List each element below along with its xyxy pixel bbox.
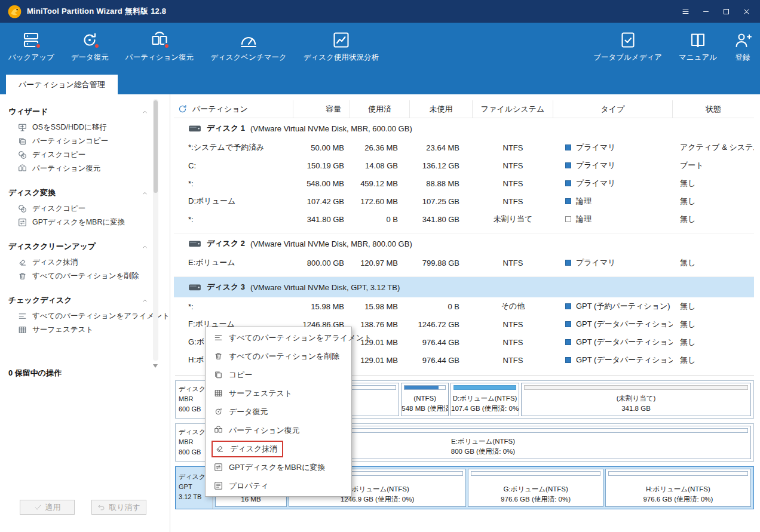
toolbar-benchmark-button[interactable]: ディスクベンチマーク	[202, 23, 295, 63]
diskmap-partition-block[interactable]: G:ボリューム(NTFS)976.6 GB (使用済: 0%)	[468, 469, 603, 507]
menu-item-wipe[interactable]: ディスク抹消	[206, 439, 351, 458]
menu-item-label: GPTディスクをMBRに変換	[229, 462, 325, 473]
menu-item-convert[interactable]: GPTディスクをMBRに変換	[206, 458, 351, 476]
cell-type: プライマリ	[553, 174, 673, 192]
partition-type-label: 論理	[576, 196, 592, 207]
disk-header-row[interactable]: ディスク 1(VMware Virtual NVMe Disk, MBR, 60…	[174, 118, 754, 139]
toolbar-label: ブータブルメディア	[593, 53, 662, 63]
table-row[interactable]: E:ボリューム800.00 GB120.97 MB799.88 GBNTFSプラ…	[174, 254, 754, 272]
diskmap-partition-block[interactable]: (未割り当て)341.8 GB	[521, 383, 751, 416]
scrollbar-thumb[interactable]	[154, 100, 158, 193]
sidebar-section-header[interactable]: チェックディスク	[0, 291, 153, 309]
table-row[interactable]: *:548.00 MB459.12 MB88.88 MBNTFSプライマリ無し	[174, 174, 754, 192]
sidebar-item[interactable]: すべてのパーティションを削除	[0, 269, 153, 283]
partition-type-square	[565, 321, 571, 327]
menu-item-copy[interactable]: コピー	[206, 365, 351, 384]
sidebar-item[interactable]: パーティション復元	[0, 162, 153, 176]
window-title: MiniTool Partition Wizard 無料版 12.8	[27, 6, 166, 17]
menu-item-align[interactable]: すべてのパーティションをアライメント	[206, 328, 351, 347]
trash-icon	[214, 352, 223, 361]
cell-status: アクティブ & システム	[673, 139, 754, 156]
sidebar-item[interactable]: ディスクコピー	[0, 202, 153, 216]
sidebar-item[interactable]: GPTディスクをMBRに変換	[0, 216, 153, 229]
disk-header-row[interactable]: ディスク 3(VMware Virtual NVMe Disk, GPT, 3.…	[174, 277, 754, 297]
diskmap-partition-block[interactable]: D:ボリューム(NTFS)107.4 GB (使用済: 0%)	[451, 383, 519, 416]
menu-item-label: プロパティ	[229, 481, 269, 491]
cell-capacity: 800.00 GB	[293, 254, 350, 272]
copy-icon	[214, 370, 223, 379]
sidebar-item[interactable]: サーフェステスト	[0, 323, 153, 337]
scrollbar-down-arrow-icon[interactable]	[153, 364, 158, 368]
table-row[interactable]: D:ボリューム107.42 GB172.60 MB107.25 GBNTFS論理…	[174, 192, 754, 210]
sidebar-section-header[interactable]: ディスククリーンアップ	[0, 238, 153, 256]
apply-button[interactable]: 適用	[20, 500, 75, 515]
maximize-button[interactable]	[717, 4, 735, 19]
toolbar-data-recovery-button[interactable]: データ復元	[63, 23, 117, 63]
chevron-up-icon	[142, 297, 148, 304]
cell-used: 129.01 MB	[350, 351, 410, 369]
toolbar-bootable-button[interactable]: ブータブルメディア	[585, 23, 670, 63]
cell-unused: 88.88 MB	[410, 174, 473, 192]
toolbar-label: ディスクベンチマーク	[210, 53, 287, 63]
menu-item-trash[interactable]: すべてのパーティションを削除	[206, 347, 351, 365]
toolbar-label: バックアップ	[8, 53, 54, 63]
cell-status: 無し	[673, 351, 754, 369]
sidebar-section: チェックディスクすべてのパーティションをアライメントサーフェステスト	[0, 291, 153, 337]
undo-button[interactable]: 取り消す	[91, 500, 146, 515]
menu-item-properties[interactable]: プロパティ	[206, 476, 351, 495]
sidebar-item[interactable]: OSをSSD/HDDに移行	[0, 121, 153, 134]
tab-partition-management[interactable]: パーティション総合管理	[6, 75, 118, 94]
cell-filesystem: NTFS	[473, 351, 553, 369]
sidebar-section-header[interactable]: ディスク変換	[0, 184, 153, 202]
sidebar-item-label: ディスクコピー	[32, 204, 85, 214]
register-icon	[734, 30, 752, 50]
cell-unused: 107.25 GB	[410, 192, 473, 210]
wipe-icon	[215, 444, 224, 453]
menu-item-label: コピー	[229, 370, 253, 380]
table-row[interactable]: *:15.98 MB15.98 MB0 Bその他GPT (予約パーティション)無…	[174, 297, 754, 315]
toolbar-usage-button[interactable]: ディスク使用状況分析	[295, 23, 387, 63]
diskmap-partition-block[interactable]: (NTFS)548 MB (使用済: 83%)	[401, 383, 449, 416]
cell-partition: *:	[174, 210, 293, 228]
disk-icon	[188, 122, 201, 135]
menu-item-surface-test[interactable]: サーフェステスト	[206, 384, 351, 402]
table-row[interactable]: *:システムで予約済み50.00 MB26.36 MB23.64 MBNTFSプ…	[174, 139, 754, 156]
cell-partition: D:ボリューム	[174, 192, 293, 210]
refresh-icon[interactable]	[177, 104, 188, 114]
cell-used: 120.97 MB	[350, 254, 410, 272]
table-row[interactable]: C:150.19 GB14.08 GB136.12 GBNTFSプライマリブート	[174, 156, 754, 174]
column-header-2: 使用済	[350, 100, 410, 118]
cell-status: 無し	[673, 192, 754, 210]
sidebar-item[interactable]: すべてのパーティションをアライメント	[0, 309, 153, 323]
close-button[interactable]	[737, 4, 755, 19]
menu-item-partition-recovery[interactable]: パーティション復元	[206, 421, 351, 439]
toolbar-manual-button[interactable]: マニュアル	[670, 23, 725, 63]
sidebar-item[interactable]: パーティションコピー	[0, 134, 153, 148]
sidebar-section-header[interactable]: ウィザード	[0, 103, 153, 121]
disk-info: (VMware Virtual NVMe Disk, MBR, 800.00 G…	[250, 239, 412, 248]
table-row[interactable]: *:341.80 GB0 B341.80 GB未割り当て論理無し	[174, 210, 754, 228]
minimize-button[interactable]	[697, 4, 715, 19]
disk-info: (VMware Virtual NVMe Disk, GPT, 3.12 TB)	[250, 283, 400, 292]
toolbar-left-group: バックアップデータ復元パーティション復元ディスクベンチマークディスク使用状況分析	[0, 23, 387, 73]
menu-item-content: GPTディスクをMBRに変換	[212, 460, 330, 475]
maximize-icon	[722, 7, 731, 16]
sidebar-item[interactable]: ディスク抹消	[0, 256, 153, 269]
app-window: MiniTool Partition Wizard 無料版 12.8 バックアッ…	[0, 0, 760, 532]
diskmap-partition-block[interactable]: H:ボリューム(NTFS)976.6 GB (使用済: 0%)	[605, 469, 751, 507]
toolbar-backup-button[interactable]: バックアップ	[0, 23, 63, 63]
chevron-up-icon	[142, 109, 148, 115]
sidebar-item[interactable]: ディスクコピー	[0, 148, 153, 162]
menu-button[interactable]	[676, 4, 694, 19]
disk-context-menu: すべてのパーティションをアライメントすべてのパーティションを削除コピーサーフェス…	[205, 327, 352, 497]
cell-type: 論理	[553, 192, 673, 210]
minimize-icon	[701, 7, 710, 16]
menu-item-data-recovery[interactable]: データ復元	[206, 402, 351, 421]
menu-item-content: コピー	[212, 368, 258, 382]
sidebar-scrollbar[interactable]	[153, 99, 158, 361]
partition-recovery-icon	[18, 164, 27, 173]
toolbar-register-button[interactable]: 登録	[725, 23, 760, 63]
disk-header-row[interactable]: ディスク 2(VMware Virtual NVMe Disk, MBR, 80…	[174, 233, 754, 254]
toolbar-partition-recovery-button[interactable]: パーティション復元	[117, 23, 202, 63]
cell-status: ブート	[673, 156, 754, 174]
